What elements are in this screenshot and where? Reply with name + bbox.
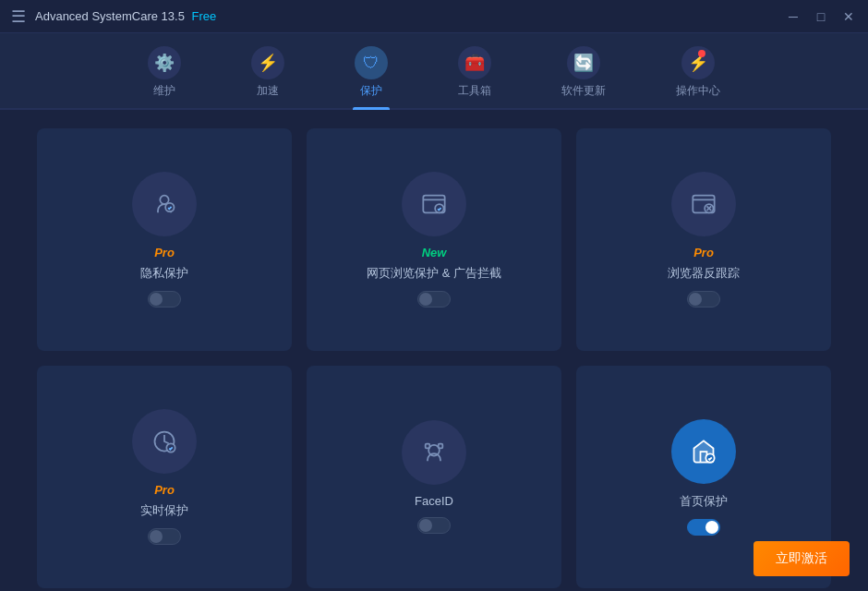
faceid-toggle[interactable] [417, 517, 451, 534]
maintain-nav-icon: ⚙️ [148, 46, 181, 79]
speedup-nav-label: 加速 [257, 83, 279, 99]
faceid-title: FaceID [415, 494, 453, 508]
title-bar: ☰ Advanced SystemCare 13.5 Free ─ □ ✕ [0, 0, 868, 33]
card-anti-track: Pro浏览器反跟踪 [576, 128, 831, 351]
anti-track-icon [671, 172, 736, 236]
title-bar-left: ☰ Advanced SystemCare 13.5 Free [11, 6, 216, 27]
realtime-badge: Pro [154, 483, 175, 497]
nav-item-update[interactable]: 🔄软件更新 [526, 41, 641, 108]
realtime-toggle[interactable] [148, 528, 181, 545]
cards-grid: Pro隐私保护 New网页浏览保护 & 广告拦截 Pro浏览器反跟踪 Pro实时… [37, 128, 831, 588]
nav-item-protect[interactable]: 🛡保护 [319, 41, 423, 108]
realtime-toggle-wrap [148, 528, 181, 545]
minimize-button[interactable]: ─ [785, 9, 802, 24]
app-title: Advanced SystemCare 13.5 Free [35, 9, 216, 23]
protect-nav-label: 保护 [360, 83, 382, 99]
nav-bar: ⚙️维护⚡加速🛡保护🧰工具箱🔄软件更新⚡操作中心 [0, 33, 868, 110]
svg-rect-11 [426, 444, 430, 449]
maximize-button[interactable]: □ [813, 9, 829, 24]
homepage-toggle-wrap [687, 519, 720, 536]
free-badge: Free [192, 9, 217, 23]
protect-nav-icon: 🛡 [355, 46, 388, 79]
menu-icon[interactable]: ☰ [11, 6, 26, 27]
browser-protect-title: 网页浏览保护 & 广告拦截 [367, 265, 501, 282]
nav-item-maintain[interactable]: ⚙️维护 [113, 41, 216, 108]
browser-protect-icon [402, 172, 466, 236]
svg-rect-12 [439, 444, 443, 449]
app-name-text: Advanced SystemCare 13.5 [35, 9, 185, 23]
card-browser-protect: New网页浏览保护 & 广告拦截 [307, 128, 561, 351]
homepage-toggle[interactable] [687, 519, 720, 536]
action-nav-icon: ⚡ [681, 46, 715, 79]
card-privacy: Pro隐私保护 [37, 128, 292, 351]
browser-protect-toggle[interactable] [417, 291, 451, 308]
activate-button[interactable]: 立即激活 [753, 541, 850, 576]
update-nav-icon: 🔄 [567, 46, 600, 79]
browser-protect-toggle-wrap [417, 291, 451, 308]
faceid-icon [402, 420, 466, 485]
action-nav-label: 操作中心 [676, 83, 720, 99]
privacy-title: 隐私保护 [140, 265, 188, 282]
nav-item-action[interactable]: ⚡操作中心 [641, 41, 755, 108]
card-realtime: Pro实时保护 [37, 366, 292, 588]
privacy-icon [132, 172, 197, 236]
title-bar-controls: ─ □ ✕ [785, 9, 857, 24]
anti-track-badge: Pro [693, 246, 714, 259]
nav-item-speedup[interactable]: ⚡加速 [216, 41, 319, 108]
nav-item-toolbox[interactable]: 🧰工具箱 [423, 41, 526, 108]
update-nav-label: 软件更新 [561, 83, 606, 99]
faceid-toggle-wrap [417, 517, 451, 534]
toolbox-nav-icon: 🧰 [458, 46, 491, 79]
card-faceid: FaceID [307, 366, 561, 588]
homepage-icon [671, 419, 736, 484]
speedup-nav-icon: ⚡ [251, 46, 284, 79]
toolbox-nav-label: 工具箱 [458, 83, 491, 99]
anti-track-toggle-wrap [687, 291, 720, 308]
close-button[interactable]: ✕ [840, 9, 857, 24]
action-notification-dot [698, 50, 705, 57]
anti-track-toggle[interactable] [687, 291, 720, 308]
realtime-icon [132, 409, 197, 474]
privacy-badge: Pro [154, 246, 175, 259]
maintain-nav-label: 维护 [153, 83, 175, 99]
browser-protect-badge: New [422, 246, 447, 259]
main-content: Pro隐私保护 New网页浏览保护 & 广告拦截 Pro浏览器反跟踪 Pro实时… [0, 110, 868, 591]
anti-track-title: 浏览器反跟踪 [668, 265, 740, 282]
realtime-title: 实时保护 [140, 502, 188, 519]
privacy-toggle[interactable] [148, 291, 181, 308]
privacy-toggle-wrap [148, 291, 181, 308]
homepage-title: 首页保护 [680, 493, 728, 510]
